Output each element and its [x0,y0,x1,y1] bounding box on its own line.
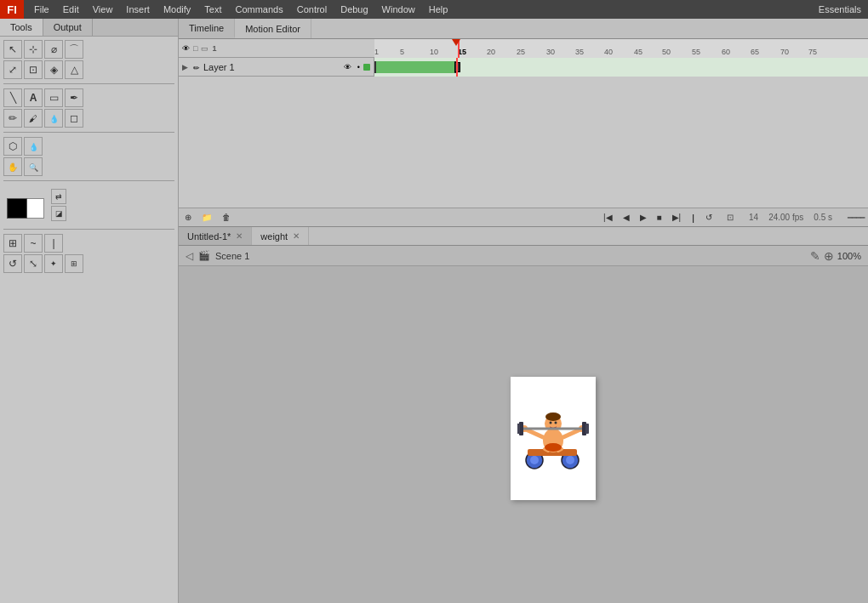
mark-20: 20 [487,48,495,56]
menu-insert[interactable]: Insert [119,3,157,16]
menu-modify[interactable]: Modify [157,3,197,16]
subselection-tool[interactable] [24,40,43,59]
menu-file[interactable]: File [27,3,56,16]
default-colors-btn[interactable]: ◪ [51,206,66,221]
expand-arrow[interactable]: ▶ [182,63,188,71]
snap-tool[interactable] [3,234,22,253]
eyedrop2-tool[interactable] [24,137,43,156]
scale-tool[interactable] [24,254,43,273]
menu-help[interactable]: Help [422,3,455,16]
eyedrop-icon [49,112,59,124]
back-arrow[interactable]: ◁ [186,250,193,262]
tab-weight-label: weight [260,231,288,242]
tab-tools[interactable]: Tools [0,19,43,36]
subsel-tool[interactable] [24,60,43,79]
text-icon [30,92,37,104]
separator-2 [3,132,174,133]
straighten-tool[interactable] [44,234,63,253]
add-layer-btn[interactable]: ⊕ [182,212,194,223]
layer-name[interactable]: Layer 1 [203,62,235,72]
extra1-tool[interactable]: ✦ [44,254,63,273]
prev-frame-btn[interactable]: ◀ [620,212,632,223]
timeline-tabs: Timeline Motion Editor [179,19,868,39]
freeform-tool[interactable] [44,40,63,59]
3d-tool[interactable] [44,60,63,79]
eyedropper-tool[interactable] [44,109,63,128]
zoom-value: 100% [837,251,861,261]
main-layout: Tools Output [0,19,868,603]
menu-commands[interactable]: Commands [228,3,289,16]
tab-motion-editor[interactable]: Motion Editor [235,19,311,38]
tab-output[interactable]: Output [43,19,93,36]
tool-row-6 [3,157,174,176]
tab-timeline[interactable]: Timeline [179,19,235,38]
content-area: Timeline Motion Editor □ ▭ 1 1 5 [179,19,868,603]
menu-edit[interactable]: Edit [56,3,86,16]
next-frame-btn[interactable]: ▶| [670,212,684,223]
play-btn[interactable]: ▶ [637,212,649,223]
pen-tool[interactable] [65,88,83,107]
layer-frames[interactable] [374,58,868,77]
rotate-tool[interactable] [3,254,22,273]
text-tool[interactable] [24,88,43,107]
add-folder-btn[interactable]: 📁 [199,212,214,223]
zoom-edit-btn[interactable]: ✎ [810,249,820,263]
eye-icon[interactable] [182,44,190,53]
tab-untitled-close[interactable]: ✕ [236,231,243,241]
frame-num-icon: 1 [212,44,216,53]
svg-point-9 [554,421,557,424]
svg-point-8 [549,421,551,424]
time-display: 0.5 s [814,213,832,222]
arrow-tool[interactable] [3,40,22,59]
brush-tool[interactable] [24,109,43,128]
paint-bucket-tool[interactable] [3,137,22,156]
stage-area: Untitled-1* ✕ weight ✕ ◁ 🎬 Scene 1 ✎ ⊕ 1… [179,227,868,603]
delete-layer-btn[interactable]: 🗑 [220,212,233,223]
tab-untitled-label: Untitled-1* [187,231,231,242]
swap-colors-btn[interactable]: ⇄ [51,189,66,204]
menu-text[interactable]: Text [197,3,228,16]
pencil-tool[interactable] [3,109,22,128]
poly-tool[interactable] [65,60,83,79]
tab-weight-close[interactable]: ✕ [293,231,300,241]
toolbar-tabs: Tools Output [0,19,178,37]
go-start-btn[interactable]: |◀ [601,212,615,223]
scroll-bar[interactable]: ━━━━ [848,213,865,222]
tools-area: ⇄ ◪ ✦ ⊞ [0,37,178,276]
mark-55: 55 [692,48,700,56]
zoom-tool[interactable] [24,157,43,176]
rotate-icon [9,258,17,270]
ruler-controls: □ ▭ 1 [179,44,374,53]
stop-btn[interactable]: ■ [654,212,665,223]
menu-window[interactable]: Window [375,3,422,16]
brush-icon [29,112,37,124]
eraser-icon [70,112,78,124]
menu-control[interactable]: Control [290,3,334,16]
tab-weight[interactable]: weight ✕ [252,227,309,245]
rect-tool[interactable] [44,88,63,107]
eraser-tool[interactable] [65,109,83,128]
menu-view[interactable]: View [86,3,120,16]
svg-point-1 [530,456,539,464]
zoom-target-btn[interactable]: ⊕ [824,249,834,263]
timeline-mode-btn[interactable]: ⊡ [727,213,734,222]
smooth-icon [30,237,36,249]
hand-icon [8,161,18,173]
lasso-tool[interactable] [65,40,83,59]
separator-4 [3,229,174,230]
hand-tool[interactable] [3,157,22,176]
transform-icon [9,64,17,76]
line-tool[interactable] [3,88,22,107]
loop-btn[interactable]: ↺ [703,212,715,223]
tool-row-4 [3,109,174,128]
tab-untitled[interactable]: Untitled-1* ✕ [179,227,252,245]
stroke-color[interactable] [7,198,27,219]
layer-eye-icon[interactable] [344,63,351,71]
pencil-icon [9,112,17,124]
menu-debug[interactable]: Debug [334,3,374,16]
extra2-tool[interactable]: ⊞ [65,254,83,273]
mark-75: 75 [808,48,817,56]
transform-tool[interactable] [3,60,22,79]
smooth-tool[interactable] [24,234,43,253]
svg-point-7 [545,412,561,421]
